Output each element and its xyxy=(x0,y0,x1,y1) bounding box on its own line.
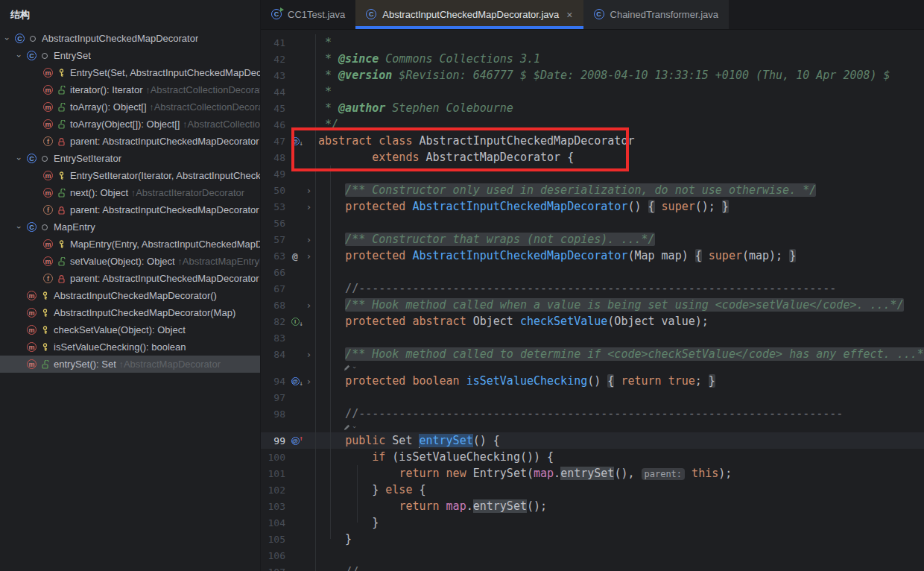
line-number[interactable]: 84 xyxy=(261,349,288,360)
code-text[interactable] xyxy=(315,329,924,346)
code-text[interactable]: /** Hook method called when a value is b… xyxy=(315,297,924,313)
code-text[interactable]: return new EntrySet(map.entrySet(), pare… xyxy=(315,465,924,482)
structure-item[interactable]: ›CAbstractInputCheckedMapDecorator xyxy=(0,30,260,47)
annotation-gutter-icon[interactable]: @ xyxy=(292,250,298,262)
structure-item[interactable]: mcheckSetValue(Object): Object xyxy=(0,321,260,338)
chevron-down-icon[interactable]: › xyxy=(15,223,24,232)
line-number[interactable]: 47 xyxy=(261,136,288,147)
line-number[interactable]: 99 xyxy=(261,435,288,447)
structure-item[interactable]: mAbstractInputCheckedMapDecorator() xyxy=(0,287,260,304)
line-number[interactable]: 56 xyxy=(261,218,288,229)
fold-arrow-icon[interactable]: › xyxy=(303,234,315,245)
code-text[interactable] xyxy=(315,165,924,182)
structure-item[interactable]: miterator(): Iterator ↑AbstractCollectio… xyxy=(0,81,260,98)
code-text[interactable]: protected abstract Object checkSetValue(… xyxy=(315,313,924,329)
subclassed-gutter-icon[interactable]: @ xyxy=(291,137,300,145)
code-text[interactable]: //--------------------------------------… xyxy=(315,280,924,297)
chevron-down-icon[interactable]: › xyxy=(15,51,24,60)
tab-CC1Test.java[interactable]: CCC1Test.java xyxy=(261,0,355,29)
fold-arrow-icon[interactable]: › xyxy=(303,250,315,262)
code-text[interactable] xyxy=(315,547,924,564)
line-number[interactable]: 68 xyxy=(261,300,288,311)
line-number[interactable]: 66 xyxy=(261,267,288,278)
code-text[interactable]: /** Constructor only used in deserializa… xyxy=(315,182,924,198)
line-number[interactable]: 97 xyxy=(261,392,288,403)
line-number[interactable]: 98 xyxy=(261,408,288,420)
structure-item[interactable]: mtoArray(Object[]): Object[] ↑AbstractCo… xyxy=(0,116,260,133)
structure-item[interactable]: mtoArray(): Object[] ↑AbstractCollection… xyxy=(0,98,260,116)
line-number[interactable]: 83 xyxy=(261,332,288,344)
code-text[interactable] xyxy=(315,215,924,231)
tab-ChainedTransformer.java[interactable]: CChainedTransformer.java xyxy=(583,0,729,29)
overridden-gutter-icon[interactable]: @ xyxy=(291,377,300,385)
code-editor[interactable]: 41 *42 * @since Commons Collections 3.14… xyxy=(261,30,924,571)
fold-arrow-icon[interactable]: › xyxy=(303,376,315,387)
code-text[interactable]: * @author Stephen Colebourne xyxy=(315,100,924,116)
overrides-gutter-icon[interactable]: @ xyxy=(291,437,300,445)
structure-item[interactable]: fparent: AbstractInputCheckedMapDecorato… xyxy=(0,201,260,218)
close-tab-icon[interactable]: × xyxy=(566,10,572,20)
line-number[interactable]: 103 xyxy=(261,501,288,512)
code-text[interactable]: return map.entrySet(); xyxy=(315,498,924,514)
code-text[interactable]: } xyxy=(315,514,924,531)
structure-item[interactable]: mnext(): Object ↑AbstractIteratorDecorat… xyxy=(0,184,260,201)
line-number[interactable]: 57 xyxy=(261,234,288,245)
structure-item[interactable]: fparent: AbstractInputCheckedMapDecorato… xyxy=(0,133,260,150)
fold-arrow-icon[interactable]: › xyxy=(303,201,315,212)
code-text[interactable]: } else { xyxy=(315,482,924,498)
line-number[interactable]: 53 xyxy=(261,201,288,212)
code-text[interactable]: * xyxy=(315,34,924,51)
tab-AbstractInputCheckedMapDecorator.java[interactable]: CAbstractInputCheckedMapDecorator.java× xyxy=(355,0,583,29)
line-number[interactable]: 101 xyxy=(261,468,288,479)
fold-arrow-icon[interactable]: › xyxy=(303,349,315,360)
code-text[interactable]: } xyxy=(315,531,924,547)
line-number[interactable]: 82 xyxy=(261,316,288,327)
structure-item[interactable]: mEntrySet(Set, AbstractInputCheckedMapDe… xyxy=(0,64,260,81)
code-text[interactable]: abstract class AbstractInputCheckedMapDe… xyxy=(315,133,924,149)
implemented-gutter-icon[interactable]: I xyxy=(291,318,300,326)
structure-item[interactable]: msetValue(Object): Object ↑AbstractMapEn… xyxy=(0,253,260,270)
line-number[interactable]: 44 xyxy=(261,86,288,98)
code-text[interactable]: */ xyxy=(315,116,924,133)
inlay-hint[interactable]: › xyxy=(343,362,356,373)
structure-item[interactable]: mAbstractInputCheckedMapDecorator(Map) xyxy=(0,304,260,321)
code-text[interactable]: protected AbstractInputCheckedMapDecorat… xyxy=(315,247,924,264)
line-number[interactable]: 94 xyxy=(261,376,288,387)
line-number[interactable]: 106 xyxy=(261,550,288,561)
code-text[interactable] xyxy=(315,389,924,406)
structure-item[interactable]: misSetValueChecking(): boolean xyxy=(0,338,260,356)
code-text[interactable]: * @version $Revision: 646777 $ $Date: 20… xyxy=(315,67,924,83)
line-number[interactable]: 41 xyxy=(261,37,288,48)
code-text[interactable]: protected AbstractInputCheckedMapDecorat… xyxy=(315,198,924,215)
fold-arrow-icon[interactable]: › xyxy=(303,300,315,311)
structure-item[interactable]: ›CMapEntry xyxy=(0,218,260,236)
line-number[interactable]: 45 xyxy=(261,103,288,114)
code-text[interactable]: // xyxy=(315,564,924,571)
structure-item[interactable]: mMapEntry(Entry, AbstractInputCheckedMap… xyxy=(0,236,260,253)
line-number[interactable]: 63 xyxy=(261,250,288,262)
structure-item[interactable]: fparent: AbstractInputCheckedMapDecorato… xyxy=(0,270,260,287)
fold-arrow-icon[interactable]: › xyxy=(303,185,315,196)
line-number[interactable]: 50 xyxy=(261,185,288,196)
code-text[interactable]: protected boolean isSetValueChecking() {… xyxy=(315,373,924,389)
line-number[interactable]: 42 xyxy=(261,54,288,65)
line-number[interactable]: 48 xyxy=(261,152,288,163)
code-text[interactable]: //--------------------------------------… xyxy=(315,406,924,422)
structure-item[interactable]: mentrySet(): Set ↑AbstractMapDecorator xyxy=(0,356,260,373)
chevron-down-icon[interactable]: › xyxy=(3,34,12,43)
structure-item[interactable]: ›CEntrySetIterator xyxy=(0,150,260,167)
code-text[interactable]: * @since Commons Collections 3.1 xyxy=(315,51,924,67)
line-number[interactable]: 46 xyxy=(261,119,288,130)
inlay-hint[interactable]: › xyxy=(343,422,356,432)
line-number[interactable]: 104 xyxy=(261,517,288,529)
line-number[interactable]: 102 xyxy=(261,485,288,496)
line-number[interactable]: 49 xyxy=(261,168,288,180)
structure-item[interactable]: mEntrySetIterator(Iterator, AbstractInpu… xyxy=(0,167,260,184)
line-number[interactable]: 107 xyxy=(261,567,288,571)
line-number[interactable]: 105 xyxy=(261,534,288,545)
structure-item[interactable]: ›CEntrySet xyxy=(0,47,260,64)
code-text[interactable] xyxy=(315,264,924,280)
code-text[interactable]: /** Constructor that wraps (not copies).… xyxy=(315,231,924,247)
line-number[interactable]: 67 xyxy=(261,283,288,294)
line-number[interactable]: 43 xyxy=(261,70,288,81)
